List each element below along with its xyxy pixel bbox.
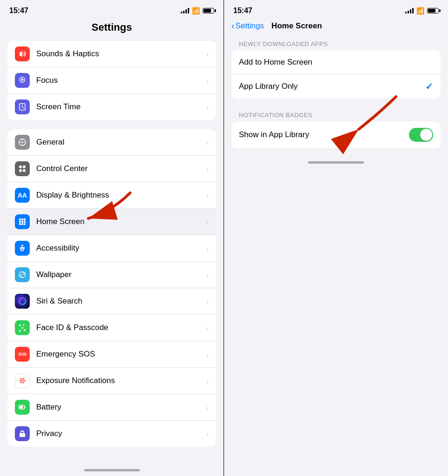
sounds-chevron: › [206,50,209,58]
focus-icon [15,73,30,88]
svg-point-2 [21,141,23,143]
general-icon [15,135,30,150]
svg-rect-11 [21,221,23,223]
homescreen-chevron: › [206,218,209,226]
svg-point-22 [19,380,20,381]
left-status-bar: 15:47 📶 [0,0,224,18]
svg-rect-13 [19,223,21,225]
left-scroll: Sounds & Haptics › Focus › [0,41,224,465]
siri-icon [15,294,30,309]
wallpaper-label: Wallpaper [36,270,203,279]
svg-rect-14 [21,223,23,225]
toggle-knob [420,129,432,141]
privacy-chevron: › [206,430,209,438]
svg-point-18 [21,327,22,328]
exposure-chevron: › [206,377,209,385]
row-accessibility[interactable]: Accessibility › [7,235,216,262]
screentime-chevron: › [206,103,209,111]
back-label: Settings [236,21,264,31]
panels-wrapper: 15:47 📶 Settings [0,0,448,476]
wallpaper-chevron: › [206,271,209,279]
svg-rect-12 [24,221,26,223]
row-sos[interactable]: SOS Emergency SOS › [7,341,216,368]
left-home-bar [84,469,140,471]
row-controlcenter[interactable]: Control Center › [7,156,216,182]
display-label: Display & Brightness [36,191,203,200]
notification-badges-group: Show in App Library [231,121,441,148]
sos-chevron: › [206,350,209,358]
wallpaper-icon [15,267,30,282]
screentime-label: Screen Time [36,102,203,112]
general-chevron: › [206,139,209,146]
row-privacy[interactable]: Privacy › [7,421,216,447]
svg-rect-3 [19,165,22,168]
siri-chevron: › [206,298,209,305]
option-app-library[interactable]: App Library Only ✓ [231,74,441,99]
exposure-icon [15,373,30,388]
svg-rect-30 [25,407,26,408]
exposure-label: Exposure Notifications [36,376,203,385]
svg-rect-10 [19,221,21,223]
sos-label: Emergency SOS [36,350,203,359]
back-button[interactable]: ‹ Settings [231,20,264,31]
battery-icon-row [15,400,30,415]
sos-icon: SOS [15,347,30,362]
svg-point-26 [20,383,21,383]
row-exposure[interactable]: Exposure Notifications › [7,368,216,394]
battery-chevron: › [206,403,209,411]
left-title: Settings [0,18,224,41]
row-faceid[interactable]: Face ID & Passcode › [7,315,216,341]
controlcenter-icon [15,161,30,176]
section-notification-badges: NOTIFICATION BADGES [224,108,448,121]
show-app-library-label: Show in App Library [239,130,409,139]
svg-point-25 [23,378,24,379]
settings-group-1: Sounds & Haptics › Focus › [7,41,216,120]
faceid-label: Face ID & Passcode [36,323,203,332]
svg-point-24 [20,378,21,379]
right-status-icons: 📶 [405,7,439,14]
svg-point-23 [25,380,26,381]
option-add-home[interactable]: Add to Home Screen [231,50,441,74]
siri-label: Siri & Search [36,297,203,306]
row-siri[interactable]: Siri & Search › [7,288,216,315]
left-time: 15:47 [9,7,28,15]
battery-label: Battery [36,403,203,412]
section-newly-downloaded: NEWLY DOWNLOADED APPS [224,37,448,50]
row-wallpaper[interactable]: Wallpaper › [7,262,216,288]
svg-rect-4 [23,165,26,168]
svg-rect-29 [20,406,23,409]
right-page-title: Home Screen [271,21,322,31]
row-battery[interactable]: Battery › [7,394,216,421]
right-panel: 15:47 📶 ‹ Settings Home Screen [224,0,448,476]
right-signal-icon [405,8,414,13]
toggle-row-show-app-library: Show in App Library [231,121,441,148]
sounds-icon [15,46,30,61]
accessibility-label: Accessibility [36,244,203,253]
display-icon: AA [15,188,30,203]
row-homescreen[interactable]: Home Screen › [7,209,216,235]
svg-point-27 [23,383,24,383]
controlcenter-chevron: › [206,165,209,173]
svg-rect-15 [24,223,26,225]
row-sounds[interactable]: Sounds & Haptics › [7,41,216,67]
row-focus[interactable]: Focus › [7,67,216,94]
svg-point-21 [22,380,23,382]
row-screentime[interactable]: Screen Time › [7,94,216,120]
back-chevron-icon: ‹ [231,20,235,31]
faceid-icon [15,320,30,335]
row-display[interactable]: AA Display & Brightness › [7,182,216,209]
display-chevron: › [206,192,209,199]
svg-point-16 [21,245,23,247]
svg-rect-5 [19,169,22,172]
focus-label: Focus [36,76,203,85]
accessibility-chevron: › [206,245,209,252]
svg-rect-7 [19,218,21,220]
homescreen-icon [15,214,30,229]
accessibility-icon [15,241,30,256]
row-general[interactable]: General › [7,129,216,156]
app-library-label: App Library Only [239,82,425,91]
app-library-checkmark: ✓ [425,81,433,92]
right-home-bar [308,161,364,164]
show-app-library-toggle[interactable] [409,128,433,142]
screentime-icon [15,99,30,114]
